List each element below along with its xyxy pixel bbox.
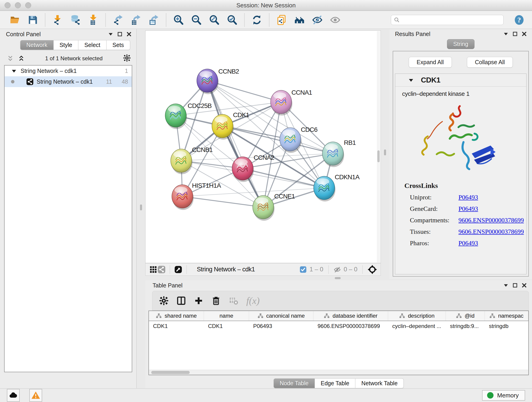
close-panel-icon[interactable] (126, 32, 132, 37)
expand-all-button[interactable]: Expand All (409, 57, 452, 68)
network-canvas[interactable]: CCNB2CCNA1CDC25BCDK1CDC6RB1CCNB1CCNA2CDK… (145, 31, 381, 263)
edge-HIST1H1A-CCNE1[interactable] (182, 196, 263, 207)
table-cell[interactable]: CDK1 (149, 321, 204, 331)
warnings-button[interactable] (29, 389, 42, 402)
panel-menu-icon[interactable] (503, 31, 509, 37)
column-header-canonical-name[interactable]: canonical name (249, 311, 313, 321)
network-graph[interactable]: CCNB2CCNA1CDC25BCDK1CDC6RB1CCNB1CCNA2CDK… (146, 31, 380, 263)
column-header-namespac[interactable]: namespac (485, 311, 528, 321)
close-panel-icon[interactable] (521, 283, 527, 288)
refresh-layout-button[interactable] (251, 14, 263, 26)
column-header-database-identifier[interactable]: database identifier (313, 311, 388, 321)
node-CCNB1[interactable]: CCNB1 (171, 146, 213, 174)
node-CDK1[interactable]: CDK1 (212, 111, 249, 140)
save-session-button[interactable] (27, 14, 38, 26)
export-image-button[interactable] (148, 14, 159, 26)
node-CCNE1[interactable]: CCNE1 (253, 193, 295, 221)
node-CDC6[interactable]: CDC6 (280, 126, 317, 153)
float-panel-icon[interactable] (512, 31, 518, 37)
columns-button[interactable] (175, 295, 187, 307)
table-cell[interactable]: stringdb (485, 321, 528, 331)
tab-string[interactable]: String (447, 39, 474, 49)
panel-menu-icon[interactable] (108, 32, 114, 37)
column-header-description[interactable]: description (388, 311, 446, 321)
column-header-name[interactable]: name (204, 311, 249, 321)
tab-node-table[interactable]: Node Table (273, 378, 315, 388)
close-panel-icon[interactable] (521, 31, 527, 37)
search-box[interactable] (391, 15, 504, 25)
selected-checkbox-icon[interactable] (299, 266, 307, 273)
right-splitter-handle[interactable] (384, 149, 386, 155)
search-input[interactable] (402, 17, 500, 23)
cloud-status-button[interactable] (7, 389, 20, 402)
node-CDKN1A[interactable]: CDKN1A (314, 173, 360, 201)
network-options-gear-icon[interactable] (123, 54, 131, 63)
import-database-button[interactable] (70, 14, 81, 26)
edge-CCNA2-CDKN1A[interactable] (243, 168, 324, 188)
add-button[interactable] (193, 295, 205, 307)
table-hscroll-thumb[interactable] (151, 371, 190, 374)
gene-section-header[interactable]: CDK1 (395, 74, 526, 87)
table-cell[interactable]: P06493 (249, 321, 313, 331)
collection-caret-icon[interactable] (11, 68, 17, 74)
import-network-button[interactable] (52, 14, 63, 26)
help-button[interactable]: ? (514, 14, 525, 26)
crosslink-value-link[interactable]: P06493 (458, 240, 478, 247)
network-badge-button[interactable] (157, 265, 166, 274)
tab-select[interactable]: Select (78, 40, 106, 50)
zoom-in-button[interactable] (173, 14, 184, 26)
export-network-button[interactable] (112, 14, 124, 26)
tab-sets[interactable]: Sets (107, 40, 130, 50)
node-HIST1H1A[interactable]: HIST1H1A (172, 182, 221, 210)
column-header-shared-name[interactable]: shared name (149, 311, 204, 321)
collapse-all-button[interactable]: Collapse All (467, 57, 513, 68)
tab-style[interactable]: Style (54, 40, 79, 50)
first-neighbors-button[interactable] (294, 14, 305, 26)
zoom-fit-button[interactable] (209, 14, 220, 26)
tab-edge-table[interactable]: Edge Table (315, 378, 355, 388)
tab-network-table[interactable]: Network Table (355, 378, 404, 388)
table-cell[interactable]: cyclin–dependent ... (388, 321, 446, 331)
zoom-selected-button[interactable] (226, 14, 238, 26)
grid-view-button[interactable] (149, 265, 157, 274)
network-row[interactable]: String Network – cdk1 11 48 (5, 76, 132, 87)
network-vscroll-thumb[interactable] (377, 150, 380, 162)
collapse-all-icon[interactable] (7, 55, 14, 62)
fit-selected-crosshair-icon[interactable] (368, 265, 377, 274)
table-cell[interactable]: CDK1 (204, 321, 249, 331)
crosslink-value-link[interactable]: P06493 (458, 194, 478, 201)
open-file-button[interactable] (9, 14, 21, 26)
birdseye-toggle-button[interactable] (174, 265, 182, 274)
node-CDC25B[interactable]: CDC25B (165, 102, 212, 129)
import-table-button[interactable] (88, 14, 99, 26)
network-collection-row[interactable]: String Network – cdk1 1 (5, 65, 132, 76)
trash-button[interactable] (210, 295, 222, 307)
node-RB1[interactable]: RB1 (322, 139, 356, 167)
table-row[interactable]: CDK1CDK1P064939606.ENSP00000378699cyclin… (149, 321, 528, 331)
panel-menu-icon[interactable] (503, 283, 509, 288)
show-all-button[interactable] (329, 14, 341, 26)
crosslink-value-link[interactable]: P06493 (458, 205, 478, 212)
clone-network-button[interactable] (276, 14, 287, 26)
left-splitter-handle[interactable] (140, 204, 142, 211)
horizontal-splitter-handle[interactable] (335, 277, 341, 279)
hidden-eye-slash-icon[interactable] (334, 266, 341, 273)
table-cell[interactable]: stringdb:9... (446, 321, 485, 331)
table-cell[interactable]: 9606.ENSP00000378699 (313, 321, 388, 331)
export-table-button[interactable] (130, 14, 142, 26)
section-caret-icon[interactable] (408, 77, 414, 83)
table-horizontal-scrollbar[interactable] (149, 370, 528, 375)
crosslink-value-link[interactable]: 9606.ENSP00000378699 (458, 228, 524, 235)
close-window-button[interactable] (5, 2, 11, 8)
hide-selected-button[interactable] (312, 14, 323, 26)
crosslink-value-link[interactable]: 9606.ENSP00000378699 (458, 217, 524, 224)
column-header--id[interactable]: @id (446, 311, 485, 321)
memory-button[interactable]: Memory (482, 390, 525, 401)
minimize-window-button[interactable] (15, 2, 21, 8)
zoom-out-button[interactable] (191, 14, 202, 26)
float-panel-icon[interactable] (512, 283, 518, 288)
gear-button[interactable] (158, 295, 170, 307)
zoom-window-button[interactable] (25, 2, 31, 8)
expand-all-icon[interactable] (18, 55, 25, 62)
float-panel-icon[interactable] (117, 32, 123, 37)
